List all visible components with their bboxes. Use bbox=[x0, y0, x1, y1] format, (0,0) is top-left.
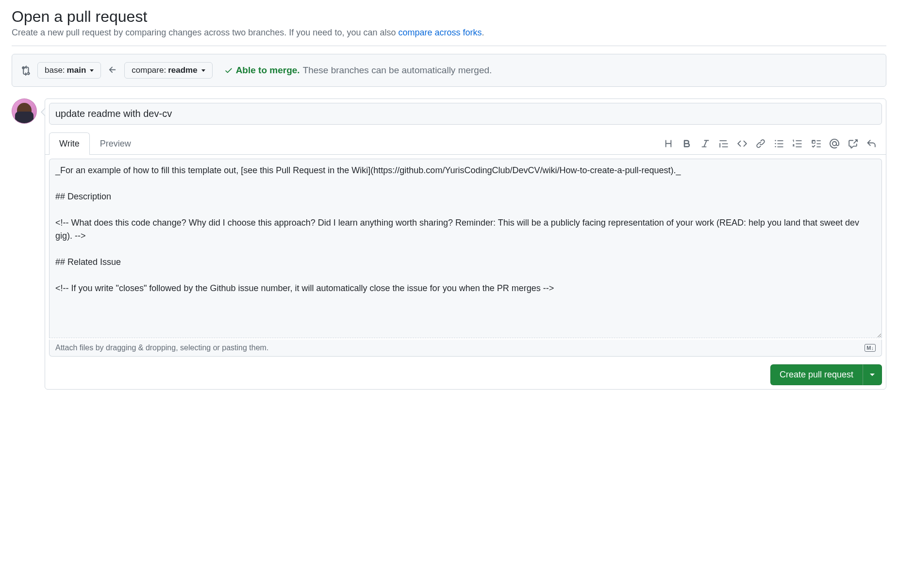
merge-ok-text: Able to merge. bbox=[236, 65, 300, 76]
attach-bar[interactable]: Attach files by dragging & dropping, sel… bbox=[49, 340, 882, 357]
reply-icon[interactable] bbox=[866, 139, 876, 148]
merge-status: Able to merge. These branches can be aut… bbox=[224, 65, 492, 76]
code-icon[interactable] bbox=[737, 139, 747, 148]
task-list-icon[interactable] bbox=[811, 139, 821, 148]
check-icon bbox=[224, 66, 233, 75]
italic-icon[interactable] bbox=[700, 139, 710, 148]
base-label: base: bbox=[45, 65, 65, 75]
page-subtitle: Create a new pull request by comparing c… bbox=[12, 28, 886, 38]
markdown-icon[interactable]: M↓ bbox=[865, 344, 876, 352]
unordered-list-icon[interactable] bbox=[774, 139, 784, 148]
chevron-down-icon bbox=[201, 69, 205, 72]
compare-box: base: main compare: readme Able to merge… bbox=[12, 54, 886, 87]
heading-icon[interactable] bbox=[664, 139, 673, 148]
compare-branch-name: readme bbox=[168, 65, 197, 75]
create-pr-dropdown[interactable] bbox=[863, 364, 882, 385]
mention-icon[interactable] bbox=[830, 139, 839, 148]
avatar[interactable] bbox=[12, 98, 37, 124]
ordered-list-icon[interactable] bbox=[793, 139, 802, 148]
bold-icon[interactable] bbox=[682, 139, 692, 148]
arrow-left-icon bbox=[108, 65, 117, 76]
page-title: Open a pull request bbox=[12, 0, 886, 26]
compare-forks-link[interactable]: compare across forks bbox=[398, 28, 482, 37]
tab-write[interactable]: Write bbox=[49, 132, 90, 155]
markdown-toolbar bbox=[658, 135, 882, 152]
base-branch-name: main bbox=[67, 65, 86, 75]
git-compare-icon bbox=[20, 65, 31, 76]
subtitle-text: Create a new pull request by comparing c… bbox=[12, 28, 398, 37]
merge-detail-text: These branches can be automatically merg… bbox=[303, 65, 492, 76]
link-icon[interactable] bbox=[756, 139, 765, 148]
subtitle-suffix: . bbox=[482, 28, 484, 37]
chevron-down-icon bbox=[870, 374, 875, 376]
compare-label: compare: bbox=[132, 65, 166, 75]
pr-body-textarea[interactable] bbox=[49, 159, 882, 338]
chevron-down-icon bbox=[90, 69, 94, 72]
tab-preview[interactable]: Preview bbox=[90, 132, 141, 155]
comment-box: Write Preview bbox=[45, 98, 886, 390]
quote-icon[interactable] bbox=[719, 139, 729, 148]
pr-title-input[interactable] bbox=[49, 103, 882, 125]
base-branch-selector[interactable]: base: main bbox=[37, 62, 101, 79]
attach-hint: Attach files by dragging & dropping, sel… bbox=[55, 343, 268, 352]
create-pr-button[interactable]: Create pull request bbox=[770, 364, 863, 385]
cross-reference-icon[interactable] bbox=[848, 139, 858, 148]
divider bbox=[12, 46, 886, 46]
compare-branch-selector[interactable]: compare: readme bbox=[124, 62, 212, 79]
